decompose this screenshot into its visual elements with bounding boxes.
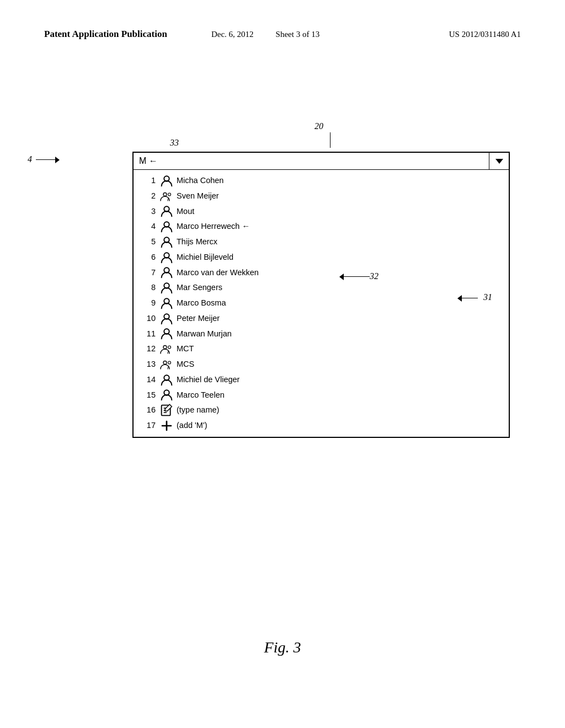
item-label: Marwan Murjan [177,328,232,340]
list-item[interactable]: 11 Marwan Murjan [134,326,509,342]
ref-32-label: 32 [370,271,379,281]
item-label: MCS [177,358,194,371]
dropdown-button[interactable] [489,153,509,169]
sheet-info: Sheet 3 of 13 [276,30,320,39]
publication-date: Dec. 6, 2012 [211,30,254,39]
item-number: 5 [139,236,156,248]
ref-31-line [461,298,478,298]
svg-point-14 [163,361,167,364]
figure-caption: Fig. 3 [0,639,565,656]
svg-point-2 [168,193,171,196]
person-icon [160,374,173,386]
item-label: Marco van der Wekken [177,267,259,279]
item-number: 3 [139,206,156,218]
item-number: 16 [139,404,156,416]
item-number: 13 [139,358,156,371]
item-label: Marco Herrewech ← [177,221,250,233]
person-icon [160,282,173,293]
list-item[interactable]: 15 Marco Teelen [134,388,509,403]
item-number: 9 [139,297,156,309]
person-icon [160,237,173,248]
svg-point-1 [163,192,167,196]
ui-header-row: M ← [134,153,509,170]
item-number: 6 [139,251,156,264]
list-item[interactable]: 14 Michiel de Vlieger [134,372,509,388]
item-number: 11 [139,328,156,340]
item-number: 10 [139,313,156,325]
ref-32-line [343,276,370,277]
ref-31-label: 31 [483,292,492,302]
item-number: 15 [139,389,156,402]
item-number: 7 [139,267,156,279]
svg-point-15 [168,361,171,364]
item-number: 8 [139,282,156,294]
ref-20-bracket [330,132,331,148]
item-label: Mout [177,206,194,218]
group-icon [160,191,173,202]
person-icon [160,267,173,278]
ref-4-arrowhead [55,157,60,163]
group-icon [160,344,173,355]
group-icon [160,359,173,370]
list-item[interactable]: 16 (type name) [134,403,509,418]
item-label: Thijs Mercx [177,236,217,248]
list-item[interactable]: 6 Michiel Bijleveld [134,250,509,265]
item-number: 1 [139,175,156,187]
list-item[interactable]: 13 MCS [134,357,509,372]
person-icon [160,313,173,324]
page-header: Patent Application Publication Dec. 6, 2… [0,29,565,40]
item-label: Micha Cohen [177,175,223,187]
ref-20-label: 20 [315,121,323,131]
list-item[interactable]: 10 Peter Meijer [134,311,509,326]
item-label: Michiel Bijleveld [177,251,233,264]
item-label: Michiel de Vlieger [177,374,239,386]
person-icon [160,175,173,186]
ref-33-label: 33 [170,138,179,148]
item-number: 17 [139,420,156,432]
list-item[interactable]: 9 Marco Bosma [134,296,509,311]
person-icon [160,221,173,232]
list-item[interactable]: 3 Mout [134,204,509,220]
svg-point-13 [168,346,171,349]
item-label: Marco Bosma [177,297,226,309]
list-item[interactable]: 7 Marco van der Wekken [134,265,509,281]
list-item[interactable]: 17 (add 'M') [134,418,509,433]
list-item[interactable]: 2 Sven Meijer [134,189,509,204]
list-item[interactable]: 8 Mar Sengers [134,280,509,296]
item-number: 14 [139,374,156,386]
item-label: (add 'M') [177,420,207,432]
patent-number: US 2012/0311480 A1 [449,30,521,39]
item-label: (type name) [177,404,219,416]
ref-4-label: 4 [28,154,32,164]
add-icon [160,420,173,431]
item-label: Mar Sengers [177,282,222,294]
ui-header-text: M ← [139,156,158,166]
ref-32-arrowhead [339,274,344,280]
publication-title: Patent Application Publication [44,29,167,40]
item-number: 2 [139,190,156,202]
ref-31-arrowhead [457,295,462,302]
list-item[interactable]: 12 MCT [134,341,509,357]
svg-point-12 [163,346,167,349]
ui-dropdown-box: M ← 1 Micha Cohen2 Sven Meijer3 Mout4 Ma… [132,152,510,438]
item-number: 12 [139,343,156,355]
person-icon [160,252,173,263]
list-item[interactable]: 5 Thijs Mercx [134,234,509,250]
ref-4-line [36,159,57,160]
contact-list: 1 Micha Cohen2 Sven Meijer3 Mout4 Marco … [134,170,509,437]
list-item[interactable]: 1 Micha Cohen [134,173,509,189]
edit-icon [160,405,173,416]
item-number: 4 [139,221,156,233]
item-label: Sven Meijer [177,190,219,202]
dropdown-arrow-icon [495,159,503,164]
item-label: Peter Meijer [177,313,220,325]
person-icon [160,298,173,309]
person-icon [160,206,173,217]
person-icon [160,389,173,400]
item-label: MCT [177,343,194,355]
person-icon [160,328,173,339]
list-item[interactable]: 4 Marco Herrewech ← [134,219,509,234]
item-label: Marco Teelen [177,389,225,402]
